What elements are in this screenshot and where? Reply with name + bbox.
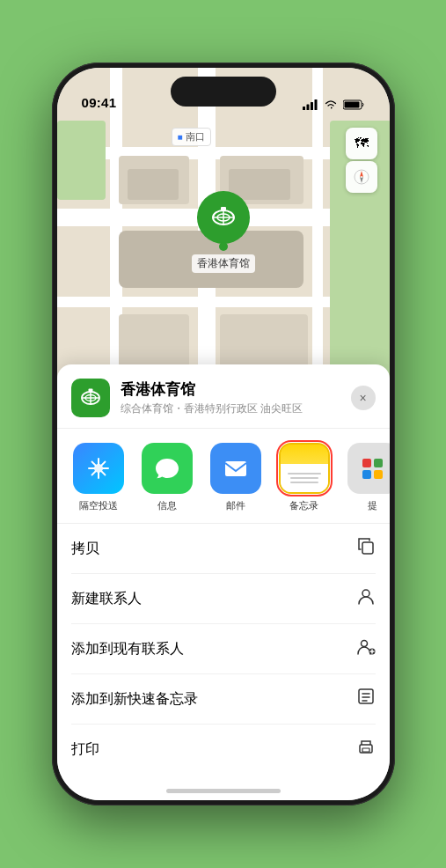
map-controls: 🗺 [346, 128, 377, 193]
pin-circle [197, 191, 250, 244]
airdrop-icon [73, 443, 124, 494]
svg-rect-32 [362, 748, 369, 752]
action-add-quick-label: 添加到新快速备忘录 [71, 690, 198, 709]
action-add-quick[interactable]: 添加到新快速备忘录 [71, 674, 376, 725]
memo-icon [356, 687, 376, 711]
svg-rect-2 [311, 102, 313, 110]
pin-label: 香港体育馆 [192, 254, 255, 273]
signal-icon [303, 99, 318, 110]
notes-icon [279, 443, 330, 494]
mail-label: 邮件 [226, 499, 245, 512]
action-new-contact[interactable]: 新建联系人 [71, 574, 376, 624]
venue-subtitle: 综合体育馆・香港特别行政区 油尖旺区 [121, 401, 351, 416]
new-contact-icon [356, 586, 376, 611]
action-list: 拷贝 新建联系人 [57, 524, 390, 774]
svg-rect-5 [344, 102, 359, 108]
wifi-icon [324, 99, 338, 110]
svg-point-22 [362, 590, 369, 597]
share-item-mail[interactable]: 邮件 [205, 443, 267, 512]
svg-rect-0 [303, 107, 305, 110]
messages-icon [142, 443, 193, 494]
share-item-messages[interactable]: 信息 [136, 443, 198, 512]
home-indicator [166, 789, 281, 793]
map-label: ■ 南口 [172, 128, 211, 146]
venue-logo [78, 386, 103, 410]
location-pin: 香港体育馆 [192, 191, 255, 273]
battery-icon [343, 99, 365, 110]
notes-label: 备忘录 [289, 499, 318, 512]
action-new-contact-label: 新建联系人 [71, 590, 142, 608]
more-icon [347, 443, 390, 494]
status-icons [303, 99, 365, 110]
action-copy-label: 拷贝 [71, 540, 99, 558]
phone-screen: 09:41 [57, 68, 390, 800]
svg-rect-21 [362, 542, 373, 554]
share-item-airdrop[interactable]: 隔空投送 [68, 443, 129, 512]
svg-rect-20 [225, 461, 246, 476]
venue-info: 香港体育馆 综合体育馆・香港特别行政区 油尖旺区 [121, 379, 351, 416]
compass-button[interactable] [346, 161, 377, 193]
stadium-icon [208, 202, 238, 232]
more-label: 提 [368, 499, 377, 512]
svg-rect-18 [88, 389, 92, 393]
phone-frame: 09:41 [52, 63, 395, 805]
add-existing-icon [356, 636, 376, 661]
dynamic-island [171, 77, 276, 107]
svg-rect-3 [314, 99, 317, 110]
venue-icon [71, 379, 110, 417]
svg-marker-8 [360, 177, 363, 183]
copy-icon [356, 536, 376, 561]
svg-point-23 [361, 641, 367, 647]
venue-header: 香港体育馆 综合体育馆・香港特别行政区 油尖旺区 × [57, 364, 390, 429]
share-item-more[interactable]: 提 [342, 443, 390, 512]
action-print-label: 打印 [71, 740, 99, 759]
action-add-existing-label: 添加到现有联系人 [71, 640, 184, 658]
map-type-button[interactable]: 🗺 [346, 128, 377, 159]
airdrop-label: 隔空投送 [79, 499, 118, 512]
svg-rect-1 [306, 105, 309, 111]
action-print[interactable]: 打印 [71, 725, 376, 774]
print-icon [356, 737, 376, 761]
mail-icon [210, 443, 261, 494]
messages-label: 信息 [157, 499, 177, 512]
action-copy[interactable]: 拷贝 [71, 524, 376, 574]
close-button[interactable]: × [351, 386, 376, 410]
svg-marker-7 [360, 171, 363, 177]
bottom-sheet: 香港体育馆 综合体育馆・香港特别行政区 油尖旺区 × [57, 364, 390, 800]
venue-name: 香港体育馆 [121, 379, 351, 400]
share-item-notes[interactable]: 备忘录 [274, 443, 335, 512]
status-time: 09:41 [82, 95, 117, 110]
share-row: 隔空投送 信息 [57, 429, 390, 524]
action-add-existing[interactable]: 添加到现有联系人 [71, 624, 376, 674]
svg-rect-13 [221, 207, 226, 210]
